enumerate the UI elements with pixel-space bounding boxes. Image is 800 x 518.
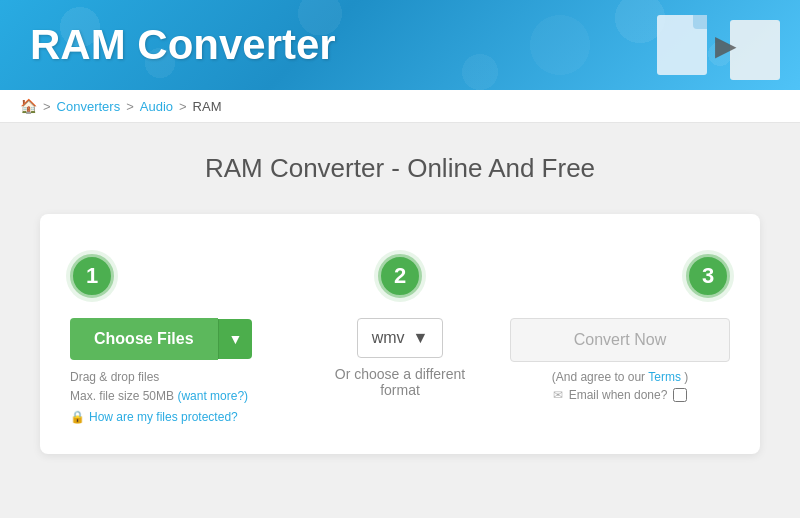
want-more-link[interactable]: (want more?) — [177, 389, 248, 403]
choose-files-button[interactable]: Choose Files — [70, 318, 218, 360]
terms-link[interactable]: Terms — [648, 370, 681, 384]
protected-text: How are my files protected? — [89, 410, 238, 424]
breadcrumb-sep-3: > — [179, 99, 187, 114]
agree-close: ) — [684, 370, 688, 384]
step-3-number: 3 — [702, 263, 714, 289]
step-2-number: 2 — [394, 263, 406, 289]
breadcrumb-current: RAM — [193, 99, 222, 114]
format-label: format — [380, 382, 420, 398]
or-choose-text: Or choose a different — [335, 366, 465, 382]
step-1-content: Choose Files ▼ Drag & drop files Max. fi… — [70, 318, 290, 424]
format-text: Or choose a different format — [335, 366, 465, 398]
protected-link[interactable]: 🔒 How are my files protected? — [70, 410, 238, 424]
breadcrumb-sep-2: > — [126, 99, 134, 114]
breadcrumb-sep-1: > — [43, 99, 51, 114]
play-arrow-icon: ▶ — [715, 29, 737, 62]
max-file-text: Max. file size 50MB — [70, 389, 174, 403]
breadcrumb-converters[interactable]: Converters — [57, 99, 121, 114]
step-1-indicator: 1 — [70, 254, 290, 298]
email-row: ✉ Email when done? — [553, 388, 688, 402]
steps-header: 1 2 3 — [70, 254, 730, 298]
file-icon-1 — [657, 15, 707, 75]
step-3-content: Convert Now (And agree to our Terms ) ✉ … — [510, 318, 730, 402]
lock-icon: 🔒 — [70, 410, 85, 424]
header-banner: RAM Converter ▶ — [0, 0, 800, 90]
breadcrumb-audio[interactable]: Audio — [140, 99, 173, 114]
main-content: RAM Converter - Online And Free 1 2 3 — [0, 123, 800, 503]
breadcrumb: 🏠 > Converters > Audio > RAM — [0, 90, 800, 123]
step-3-indicator: 3 — [510, 254, 730, 298]
drag-drop-text: Drag & drop files — [70, 370, 159, 384]
step-1-circle: 1 — [70, 254, 114, 298]
convert-now-button[interactable]: Convert Now — [510, 318, 730, 362]
format-value: wmv — [372, 329, 405, 347]
step-3-circle: 3 — [686, 254, 730, 298]
step-2-circle: 2 — [378, 254, 422, 298]
header-icon-area: ▶ — [657, 10, 780, 80]
choose-files-group: Choose Files ▼ — [70, 318, 252, 360]
email-icon: ✉ — [553, 388, 563, 402]
agree-prefix: (And agree to our — [552, 370, 645, 384]
email-checkbox[interactable] — [673, 388, 687, 402]
format-select[interactable]: wmv ▼ — [357, 318, 444, 358]
step-2-content: wmv ▼ Or choose a different format — [290, 318, 510, 398]
step-2-indicator: 2 — [290, 254, 510, 298]
actions-row: Choose Files ▼ Drag & drop files Max. fi… — [70, 318, 730, 424]
format-dropdown-arrow: ▼ — [413, 329, 429, 347]
email-label: Email when done? — [569, 388, 668, 402]
page-title: RAM Converter - Online And Free — [40, 153, 760, 184]
home-icon[interactable]: 🏠 — [20, 98, 37, 114]
agree-text: (And agree to our Terms ) — [552, 370, 689, 384]
drag-drop-info: Drag & drop files Max. file size 50MB (w… — [70, 368, 248, 406]
converter-card: 1 2 3 Choose Files ▼ — [40, 214, 760, 454]
file-icon-2 — [730, 20, 780, 80]
header-title: RAM Converter — [30, 21, 336, 69]
choose-files-dropdown[interactable]: ▼ — [218, 319, 253, 359]
step-1-number: 1 — [86, 263, 98, 289]
